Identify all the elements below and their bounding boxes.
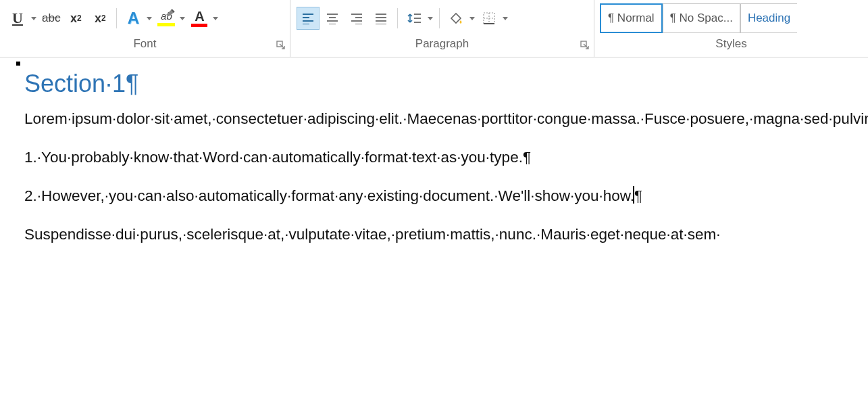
paragraph-dialog-launcher[interactable] (580, 41, 590, 50)
caret-down-icon (469, 17, 475, 20)
caret-down-icon (180, 17, 185, 20)
line-spacing-dropdown[interactable] (426, 7, 435, 30)
font-color-dropdown[interactable] (211, 7, 220, 30)
font-dialog-launcher[interactable] (276, 41, 286, 50)
highlight-color-swatch (157, 23, 175, 26)
dialog-launcher-icon (276, 41, 286, 50)
highlight-button[interactable]: ab (155, 7, 178, 30)
underline-label: U (12, 9, 23, 27)
group-styles: ¶ Normal ¶ No Spac... Heading Styles (594, 0, 868, 57)
shading-dropdown[interactable] (468, 7, 477, 30)
font-color-label: A (195, 9, 204, 23)
align-left-button[interactable] (297, 7, 320, 30)
paragraph-4: Suspendisse·dui·purus,·scelerisque·at,·v… (24, 223, 848, 247)
strike-label: abc (42, 11, 60, 25)
caret-down-icon (503, 17, 508, 20)
font-color-button[interactable]: A (188, 7, 211, 30)
style-nospacing-label: ¶ No Spac... (670, 11, 733, 25)
paragraph-3-text: 2.·However,·you·can·also·automatically·f… (24, 187, 642, 204)
separator (116, 8, 117, 28)
sup-label: x (95, 11, 101, 26)
borders-button[interactable] (478, 7, 501, 30)
text-effects-dropdown[interactable] (145, 7, 154, 30)
caret-down-icon (428, 17, 433, 20)
style-normal-label: ¶ Normal (608, 11, 655, 25)
sub-n: 2 (77, 14, 82, 23)
align-left-icon (301, 12, 315, 24)
caret-down-icon (147, 17, 152, 20)
paragraph-3: 2.·However,·you·can·also·automatically·f… (24, 185, 848, 208)
style-heading1-label: Heading (748, 11, 790, 25)
heading-section-1: Section·1¶ (24, 70, 848, 98)
line-spacing-icon (407, 11, 422, 25)
highlighter-icon (165, 8, 178, 16)
font-color-swatch (191, 24, 207, 27)
paint-bucket-icon (449, 11, 463, 25)
style-heading1[interactable]: Heading (740, 3, 797, 33)
highlight-dropdown[interactable] (178, 7, 187, 30)
sup-n: 2 (101, 14, 106, 23)
sub-label: x (70, 11, 77, 26)
borders-icon (482, 11, 496, 25)
borders-dropdown[interactable] (501, 7, 510, 30)
separator (439, 8, 440, 28)
justify-button[interactable] (369, 7, 392, 30)
text-cursor-icon (633, 186, 634, 204)
dialog-launcher-icon (580, 41, 590, 50)
superscript-button[interactable]: x2 (88, 7, 111, 30)
shading-button[interactable] (444, 7, 467, 30)
group-styles-label: Styles (594, 37, 868, 51)
group-font: U abc x2 x2 A (0, 0, 290, 57)
underline-dropdown[interactable] (30, 7, 39, 30)
paragraph-1: Lorem·ipsum·dolor·sit·amet,·consectetuer… (24, 108, 848, 131)
paragraph-2: 1.·You·probably·know·that·Word·can·autom… (24, 146, 848, 170)
caret-down-icon (213, 17, 218, 20)
document-area[interactable]: Section·1¶ Lorem·ipsum·dolor·sit·amet,·c… (0, 57, 868, 247)
subscript-button[interactable]: x2 (64, 7, 87, 30)
separator (397, 8, 398, 28)
group-paragraph-label: Paragraph (290, 37, 594, 51)
align-right-button[interactable] (345, 7, 368, 30)
underline-button[interactable]: U (6, 7, 29, 30)
caret-down-icon (31, 17, 36, 20)
group-paragraph: Paragraph (290, 0, 594, 57)
strikethrough-button[interactable]: abc (39, 7, 63, 30)
effects-label: A (128, 9, 139, 28)
text-effects-button[interactable]: A (122, 7, 145, 30)
line-spacing-button[interactable] (403, 7, 426, 30)
anchor-mark-icon (16, 62, 20, 66)
align-center-icon (326, 12, 339, 24)
style-normal[interactable]: ¶ Normal (600, 3, 663, 33)
align-right-icon (350, 12, 363, 24)
justify-icon (374, 12, 388, 24)
style-no-spacing[interactable]: ¶ No Spac... (663, 3, 740, 33)
align-center-button[interactable] (321, 7, 344, 30)
group-font-label: Font (0, 37, 290, 51)
ribbon: U abc x2 x2 A (0, 0, 868, 57)
